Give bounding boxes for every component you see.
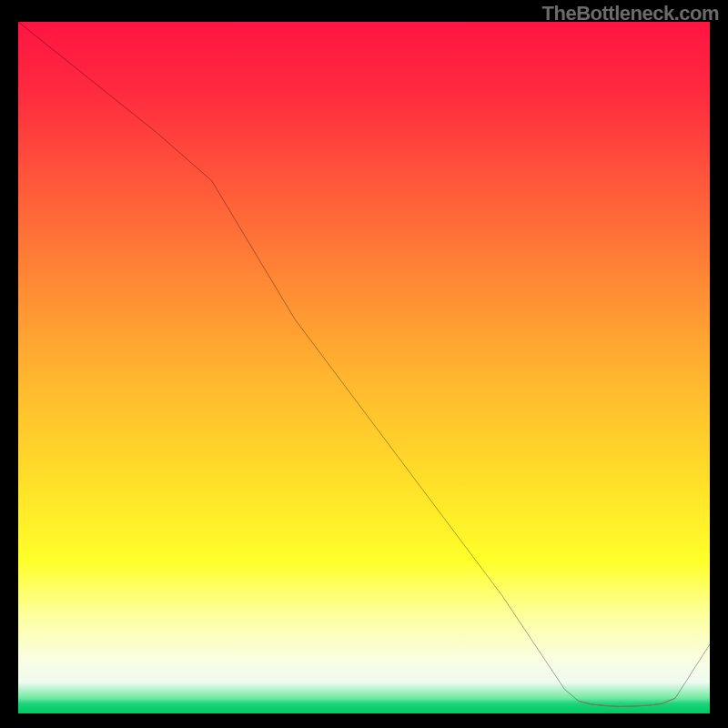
- marker-dashes: [579, 698, 675, 706]
- chart-svg: [18, 22, 710, 713]
- chart-frame: TheBottleneck.com: [0, 0, 728, 728]
- main-curve: [18, 22, 710, 706]
- plot-area: [18, 22, 710, 713]
